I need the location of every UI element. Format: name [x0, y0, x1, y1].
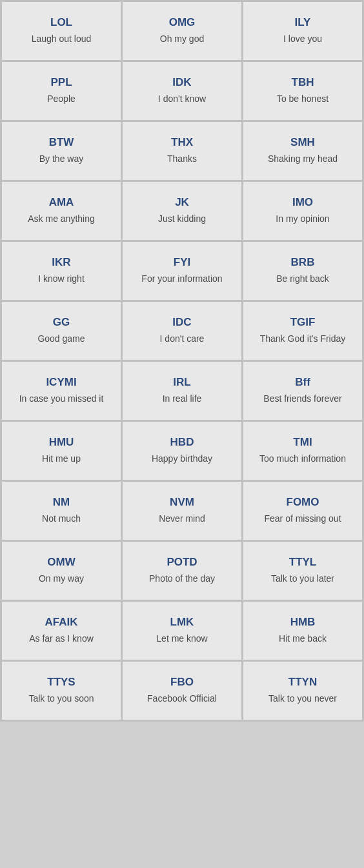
meaning-text: Laugh out loud [32, 33, 92, 46]
abbreviation-text: NVM [170, 496, 194, 509]
abbreviation-text: HMB [290, 616, 316, 629]
abbreviation-text: IDC [172, 316, 191, 329]
meaning-text: Talk to you soon [28, 693, 94, 705]
abbreviation-text: IKR [52, 256, 70, 269]
abbreviation-text: PPL [50, 76, 72, 89]
list-item: FBOFacebook Official [123, 662, 241, 720]
list-item: TBHTo be honest [243, 62, 362, 120]
list-item: AFAIKAs far as I know [2, 602, 121, 660]
abbreviation-text: LOL [50, 16, 72, 29]
list-item: IDKI don't know [123, 62, 241, 120]
list-item: TTYLTalk to you later [243, 542, 362, 600]
abbreviation-text: FYI [174, 256, 190, 269]
abbreviation-text: TTYN [288, 676, 317, 689]
meaning-text: Talk to you later [271, 573, 334, 586]
abbreviation-text: TBH [292, 76, 314, 89]
meaning-text: I don't know [158, 93, 206, 106]
meaning-text: To be honest [277, 93, 329, 106]
abbreviation-text: HBD [170, 436, 194, 449]
list-item: ILYI love you [243, 2, 362, 60]
abbreviation-text: ILY [295, 16, 311, 29]
meaning-text: Talk to you never [268, 693, 337, 705]
list-item: FYIFor your information [123, 242, 241, 300]
abbreviation-text: NM [53, 496, 70, 509]
list-item: BRBBe right back [243, 242, 362, 300]
abbreviation-text: JK [175, 196, 189, 209]
list-item: GGGood game [2, 302, 121, 360]
list-item: HBDHappy birthday [123, 422, 241, 480]
abbreviation-text: Bff [295, 376, 310, 389]
abbreviation-text: POTD [167, 556, 197, 569]
abbreviation-text: GG [53, 316, 70, 329]
abbreviation-text: IRL [173, 376, 190, 389]
abbreviation-grid: LOLLaugh out loudOMGOh my godILYI love y… [0, 0, 364, 722]
meaning-text: Facebook Official [147, 693, 217, 705]
abbreviation-text: ICYMI [46, 376, 76, 389]
abbreviation-text: TTYS [47, 676, 75, 689]
list-item: FOMOFear of missing out [243, 482, 362, 540]
abbreviation-text: AMA [49, 196, 74, 209]
meaning-text: Be right back [276, 273, 329, 286]
list-item: IRLIn real life [123, 362, 241, 420]
meaning-text: In case you missed it [19, 393, 104, 406]
abbreviation-text: AFAIK [45, 616, 78, 629]
abbreviation-text: TMI [293, 436, 312, 449]
meaning-text: I love you [283, 33, 322, 46]
list-item: SMHShaking my head [243, 122, 362, 180]
meaning-text: Photo of the day [149, 573, 215, 586]
list-item: HMBHit me back [243, 602, 362, 660]
abbreviation-text: LMK [170, 616, 194, 629]
abbreviation-text: THX [171, 136, 193, 149]
meaning-text: I know right [38, 273, 85, 286]
list-item: TMIToo much information [243, 422, 362, 480]
abbreviation-text: OMW [47, 556, 75, 569]
abbreviation-text: HMU [49, 436, 74, 449]
list-item: LOLLaugh out loud [2, 2, 121, 60]
meaning-text: Hit me up [42, 453, 81, 466]
abbreviation-text: TGIF [290, 316, 316, 329]
list-item: JKJust kidding [123, 182, 241, 240]
meaning-text: Hit me back [279, 633, 327, 646]
list-item: TTYNTalk to you never [243, 662, 362, 720]
meaning-text: Ask me anything [28, 213, 95, 226]
abbreviation-text: BTW [49, 136, 74, 149]
list-item: TTYSTalk to you soon [2, 662, 121, 720]
list-item: NMNot much [2, 482, 121, 540]
list-item: AMAAsk me anything [2, 182, 121, 240]
meaning-text: Not much [42, 513, 81, 526]
abbreviation-text: FBO [170, 676, 194, 689]
list-item: TGIFThank God it's Friday [243, 302, 362, 360]
abbreviation-text: IMO [292, 196, 313, 209]
list-item: LMKLet me know [123, 602, 241, 660]
meaning-text: Just kidding [158, 213, 206, 226]
meaning-text: Thank God it's Friday [260, 333, 346, 346]
meaning-text: In my opinion [276, 213, 329, 226]
list-item: OMGOh my god [123, 2, 241, 60]
list-item: BffBest friends forever [243, 362, 362, 420]
meaning-text: On my way [39, 573, 84, 586]
list-item: IKRI know right [2, 242, 121, 300]
abbreviation-text: FOMO [287, 496, 319, 509]
abbreviation-text: BRB [291, 256, 315, 269]
meaning-text: Never mind [159, 513, 205, 526]
list-item: OMWOn my way [2, 542, 121, 600]
meaning-text: Happy birthday [152, 453, 212, 466]
list-item: NVMNever mind [123, 482, 241, 540]
list-item: PPLPeople [2, 62, 121, 120]
meaning-text: As far as I know [29, 633, 94, 646]
abbreviation-text: SMH [290, 136, 315, 149]
meaning-text: Too much information [259, 453, 346, 466]
list-item: HMUHit me up [2, 422, 121, 480]
list-item: ICYMIIn case you missed it [2, 362, 121, 420]
meaning-text: For your information [141, 273, 222, 286]
list-item: POTDPhoto of the day [123, 542, 241, 600]
meaning-text: I don't care [160, 333, 205, 346]
meaning-text: Good game [37, 333, 85, 346]
abbreviation-text: IDK [172, 76, 191, 89]
meaning-text: People [47, 93, 76, 106]
meaning-text: Let me know [156, 633, 207, 646]
meaning-text: Best friends forever [263, 393, 341, 406]
list-item: IDCI don't care [123, 302, 241, 360]
meaning-text: Thanks [167, 153, 197, 166]
abbreviation-text: OMG [169, 16, 196, 29]
